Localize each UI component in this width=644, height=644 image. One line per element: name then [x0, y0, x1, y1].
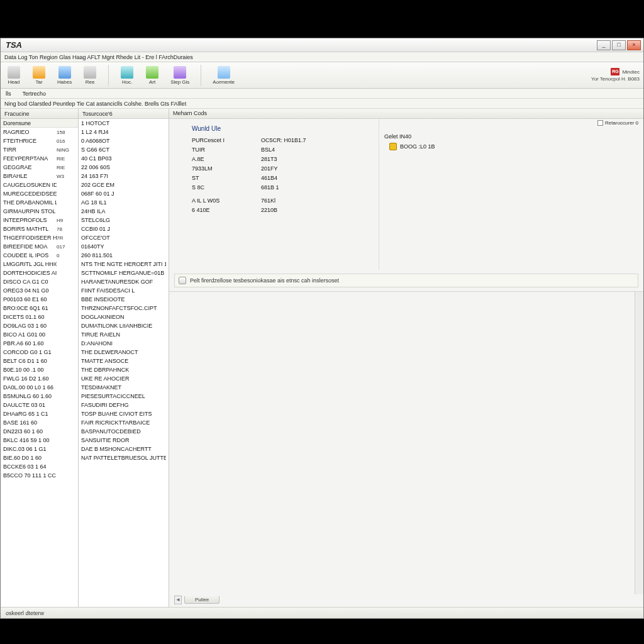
list-item[interactable]: PBR.A6 60 1.60: [1, 339, 78, 348]
list-item[interactable]: CCBI0 01 J: [79, 225, 169, 233]
list-item[interactable]: B0E.10 00 .1 00: [1, 365, 78, 374]
list-item[interactable]: COUDEE IL IPOS0: [1, 251, 78, 260]
list-item[interactable]: GEGGRAERIE: [1, 163, 78, 172]
tab[interactable]: Pullee: [184, 596, 219, 604]
list-item[interactable]: DOGLAKINIEON: [79, 313, 169, 321]
tab-prev-button[interactable]: ◄: [174, 596, 182, 604]
list-item[interactable]: 01640TY: [79, 242, 169, 251]
minimize-button[interactable]: _: [597, 40, 611, 50]
toolbar-button[interactable]: Hoc.: [118, 65, 136, 86]
tree-root[interactable]: Gelet IN40: [384, 131, 638, 142]
list-item[interactable]: MUREGCEDEIDSEETTE: [1, 189, 78, 198]
list-item[interactable]: BRO:0CE 6Q1 61: [1, 304, 78, 313]
list-item[interactable]: BELT C6 D1 1 60: [1, 357, 78, 365]
list-item[interactable]: UKE RE AHOCIER: [79, 374, 169, 383]
list-item[interactable]: 24 163 F7I: [79, 172, 169, 180]
list-item[interactable]: BIREEFIDE MOA017: [1, 242, 78, 251]
list-item[interactable]: FIINT FAISDESACI L: [79, 286, 169, 295]
list-item[interactable]: CORCOD G0 1 G1: [1, 348, 78, 357]
left-list[interactable]: RAGRIEO158FTEITHRICE016TIRRNINGFEEYPERPT…: [1, 128, 78, 607]
toolbar-button[interactable]: Slep Gis: [168, 65, 192, 86]
list-item[interactable]: NAT PATTELETBRUESOL JUTTE: [79, 453, 169, 462]
list-item[interactable]: DAULCTE 03 01: [1, 401, 78, 409]
scrollbar[interactable]: [635, 292, 643, 594]
list-item[interactable]: BBE INSEIOOTE: [79, 295, 169, 304]
list-item[interactable]: BCCKE6 03 1 64: [1, 462, 78, 471]
toolbar-button[interactable]: Ree: [80, 65, 99, 86]
mid-list[interactable]: 1 HOTOCT1 L2 4 RJ40 A6068OTS G66 6CT40 C…: [79, 119, 169, 607]
list-item[interactable]: SCTTNOMILF HERGANUE=01B: [79, 269, 169, 277]
list-item[interactable]: PIESESURTACICCNEEL: [79, 392, 169, 401]
close-button[interactable]: ×: [627, 40, 641, 50]
list-item[interactable]: SANSUITIE RDOR: [79, 436, 169, 445]
list-item[interactable]: BIRAHLEW3: [1, 172, 78, 180]
list-item[interactable]: BSMUNLG 60 1.60: [1, 392, 78, 401]
list-item[interactable]: RAGRIEO158: [1, 128, 78, 136]
list-item[interactable]: DORTEHODICIES AI: [1, 269, 78, 277]
list-item[interactable]: DA0L.00 00 L0 1 66: [1, 383, 78, 392]
list-item[interactable]: 24HB ILA: [79, 207, 169, 216]
maximize-button[interactable]: □: [612, 40, 626, 50]
list-item[interactable]: FEEYPERPTANARIE: [1, 154, 78, 163]
list-item[interactable]: STELC6LG: [79, 216, 169, 225]
list-item[interactable]: CAUGELOSUKEN IDHT-B: [1, 180, 78, 189]
list-item[interactable]: S G66 6CT: [79, 145, 169, 154]
filter-bar[interactable]: Ning bod Glarstled Peuntlep Tie Cat asta…: [1, 99, 643, 109]
checkbox-icon[interactable]: [597, 120, 603, 126]
toolbar-button[interactable]: Aormente: [210, 65, 237, 86]
list-item[interactable]: DN22I3 60 1 60: [1, 427, 78, 436]
list-item[interactable]: BORIRS MATHTL78: [1, 225, 78, 233]
list-item[interactable]: TOSP BUAHE CIVIOT EITS: [79, 409, 169, 418]
list-item[interactable]: 202 GCE EM: [79, 180, 169, 189]
list-item[interactable]: DICETS 01.1 60: [1, 313, 78, 321]
list-item[interactable]: 22 006 60S: [79, 163, 169, 172]
tree-item[interactable]: BOOG :L0 1B: [384, 142, 638, 152]
list-item[interactable]: 40 C1 BP03: [79, 154, 169, 163]
list-item[interactable]: 1 L2 4 RJ4: [79, 128, 169, 136]
list-item[interactable]: BASPANUTOCDEBIED: [79, 427, 169, 436]
list-item[interactable]: FWLG 16 D2 1.60: [1, 374, 78, 383]
list-item[interactable]: P00103 60 E1 60: [1, 295, 78, 304]
subbar-item[interactable]: Tertrecho: [23, 91, 47, 97]
list-item[interactable]: 0 A6068OT: [79, 136, 169, 145]
list-item[interactable]: INTEEPROFOLSH9: [1, 216, 78, 225]
list-item[interactable]: BKLC 416 59 1 00: [1, 436, 78, 445]
list-item[interactable]: THE DLEWERANOCT: [79, 348, 169, 357]
toolbar-button[interactable]: Tar: [30, 65, 48, 86]
list-item[interactable]: 260 811.501: [79, 251, 169, 260]
list-item[interactable]: 068F 60 01 J: [79, 189, 169, 198]
list-item[interactable]: THGEFFODISEER HASCS7R: [1, 233, 78, 242]
list-item[interactable]: DUMATILONK LIIANHBICIE: [79, 321, 169, 330]
list-item[interactable]: OFCCE'OT: [79, 233, 169, 242]
subbar-item[interactable]: lls: [6, 91, 11, 97]
list-item[interactable]: BICO A1 G01 00: [1, 330, 78, 339]
left-column-header[interactable]: Dorensune: [1, 119, 78, 128]
list-item[interactable]: NTS THE NGTE HEROERT JITI 1: [79, 260, 169, 269]
list-item[interactable]: B5CCO 70 111 1 CC: [1, 471, 78, 480]
list-item[interactable]: AG 18 IL1: [79, 198, 169, 207]
list-item[interactable]: DHAaRG 65 1 C1: [1, 409, 78, 418]
list-item[interactable]: THE DBRPAHNCK: [79, 365, 169, 374]
list-item[interactable]: DAE B MSHONCACHERTT: [79, 445, 169, 453]
toolbar-button[interactable]: Head: [4, 65, 23, 86]
list-item[interactable]: TIRRNING: [1, 145, 78, 154]
list-item[interactable]: LMGGRITL JGL HHIGIE: [1, 260, 78, 269]
list-item[interactable]: FASUDIRI DEFHG: [79, 401, 169, 409]
list-item[interactable]: HARANETANURESDK GOF: [79, 277, 169, 286]
menu-bar[interactable]: Data Log Ton Region Glas Haag AFLT Mgnt …: [1, 52, 643, 62]
list-item[interactable]: DO9LAG 03 1 60: [1, 321, 78, 330]
list-item[interactable]: TESDIMAKNET: [79, 383, 169, 392]
list-item[interactable]: TMATTE ANSOCE: [79, 357, 169, 365]
list-item[interactable]: THRZNONFAFCTSFOC.CIPT: [79, 304, 169, 313]
list-item[interactable]: DISCO CA G1 C0: [1, 277, 78, 286]
list-item[interactable]: 1 HOTOCT: [79, 119, 169, 128]
toolbar-button[interactable]: Art: [143, 65, 162, 86]
list-item[interactable]: D:ANAHONI: [79, 339, 169, 348]
list-item[interactable]: FAIR RICRICKTTARBAICE: [79, 418, 169, 427]
list-item[interactable]: GIRMAURPIN STOL FLL: [1, 207, 78, 216]
list-item[interactable]: THE DRABANOMIL L: [1, 198, 78, 207]
toolbar-button[interactable]: Habes: [55, 65, 74, 86]
list-item[interactable]: FTEITHRICE016: [1, 136, 78, 145]
resource-toggle[interactable]: Retaroccurer 0: [597, 120, 638, 126]
list-item[interactable]: OREG3 04 N1 G0: [1, 286, 78, 295]
